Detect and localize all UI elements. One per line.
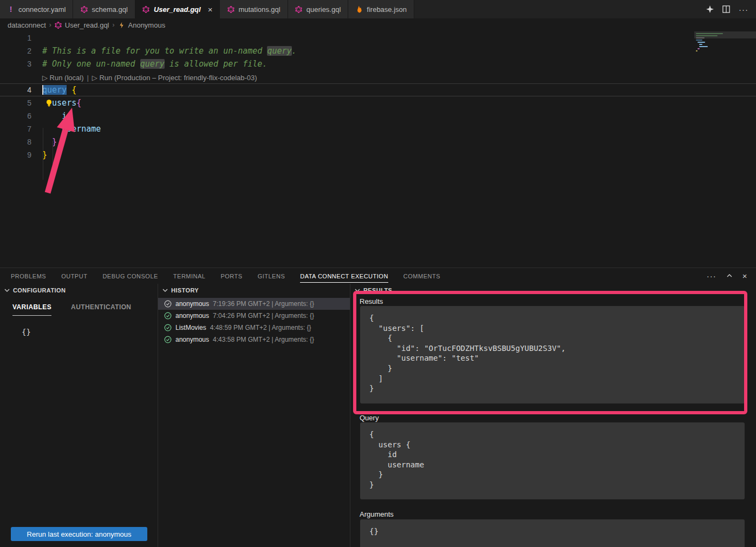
minimap[interactable]	[694, 31, 756, 91]
tab-bar-actions: ···	[414, 0, 756, 18]
split-editor-icon[interactable]	[722, 5, 730, 13]
breadcrumb-separator: ›	[49, 21, 51, 29]
line-number: 5	[0, 99, 31, 107]
query-label: Query	[360, 414, 379, 422]
codelens-separator: |	[87, 74, 88, 82]
code-editor[interactable]: 12# This is a file for you to write an u…	[0, 31, 756, 268]
history-item[interactable]: anonymous7:19:36 PM GMT+2 | Arguments: {…	[158, 298, 350, 310]
tab-label: connector.yaml	[18, 5, 66, 14]
sparkle-icon[interactable]	[706, 5, 714, 13]
text-cursor	[42, 85, 43, 95]
editor-line-7[interactable]: 7 username	[0, 122, 756, 135]
line-number: 6	[0, 112, 31, 120]
panel-tab-terminal[interactable]: TERMINAL	[173, 270, 206, 283]
indent-guide	[53, 141, 53, 167]
graphql-icon	[55, 22, 62, 29]
panel-tab-gitlens[interactable]: GITLENS	[258, 270, 285, 283]
editor-tab-queries-gql[interactable]: queries.gql	[288, 0, 349, 18]
line-number: 1	[0, 34, 31, 42]
line-number: 3	[0, 60, 31, 68]
history-header[interactable]: HISTORY	[158, 284, 350, 297]
configuration-header[interactable]: CONFIGURATION	[0, 284, 158, 297]
chevron-down-icon	[355, 288, 360, 293]
tab-label: queries.gql	[307, 5, 341, 14]
results-title: RESULTS	[363, 287, 392, 294]
history-item-meta: 4:48:59 PM GMT+2 | Arguments: {}	[210, 324, 311, 331]
breadcrumb: dataconnect›User_read.gql›Anonymous	[0, 18, 756, 31]
history-item[interactable]: ListMovies4:48:59 PM GMT+2 | Arguments: …	[158, 322, 350, 334]
history-title: HISTORY	[171, 287, 199, 294]
panel-tab-output[interactable]: OUTPUT	[61, 270, 87, 283]
panel-tab-comments[interactable]: COMMENTS	[403, 270, 440, 283]
operation-icon	[118, 22, 125, 29]
codelens-run-production[interactable]: ▷ Run (Production – Project: friendly-fl…	[92, 74, 257, 82]
firebase-icon	[355, 5, 363, 13]
chevron-down-icon	[162, 288, 168, 293]
history-item-meta: 7:19:36 PM GMT+2 | Arguments: {}	[213, 300, 314, 308]
close-panel-icon[interactable]: ×	[742, 271, 747, 281]
configuration-title: CONFIGURATION	[13, 287, 66, 294]
breadcrumb-separator: ›	[113, 21, 115, 29]
editor-line-4[interactable]: 4query {	[0, 83, 756, 96]
editor-line-9[interactable]: 9}	[0, 148, 756, 161]
graphql-icon	[295, 5, 303, 13]
rerun-last-execution-button[interactable]: Rerun last execution: anonymous	[11, 527, 147, 541]
history-item-meta: 4:43:58 PM GMT+2 | Arguments: {}	[213, 336, 314, 343]
indent-guide	[43, 128, 43, 180]
graphql-icon	[142, 5, 150, 13]
tab-authentication[interactable]: AUTHENTICATION	[71, 303, 131, 316]
more-actions-icon[interactable]: ···	[739, 5, 748, 14]
line-content: query {	[42, 85, 76, 95]
editor-tab-schema-gql[interactable]: schema.gql	[73, 0, 135, 18]
arguments-code[interactable]: {}	[360, 519, 745, 547]
variables-editor[interactable]: {}	[0, 316, 158, 336]
editor-line-5[interactable]: 5 users{	[0, 96, 756, 109]
results-section: RESULTS Results { "users": [ { "id": "Or…	[350, 284, 756, 547]
lightbulb-icon[interactable]	[45, 99, 53, 107]
history-item[interactable]: anonymous4:43:58 PM GMT+2 | Arguments: {…	[158, 334, 350, 346]
editor-line-2[interactable]: 2# This is a file for you to write an un…	[0, 44, 756, 57]
history-item[interactable]: anonymous7:04:26 PM GMT+2 | Arguments: {…	[158, 310, 350, 322]
editor-line-3[interactable]: 3# Only one un-named query is allowed pe…	[0, 57, 756, 70]
check-circle-icon	[164, 336, 172, 343]
line-number: 7	[0, 125, 31, 133]
chevron-up-icon[interactable]	[726, 272, 733, 280]
graphql-icon	[80, 5, 88, 13]
line-content: # This is a file for you to write an un-…	[42, 46, 297, 56]
results-header[interactable]: RESULTS	[350, 284, 756, 297]
bottom-panel: PROBLEMSOUTPUTDEBUG CONSOLETERMINALPORTS…	[0, 268, 756, 547]
history-section: HISTORY anonymous7:19:36 PM GMT+2 | Argu…	[158, 284, 350, 547]
editor-line-8[interactable]: 8 }	[0, 135, 756, 148]
chevron-down-icon	[4, 288, 10, 293]
panel-tab-ports[interactable]: PORTS	[220, 270, 242, 283]
panel-tab-problems[interactable]: PROBLEMS	[11, 270, 46, 283]
history-item-name: ListMovies	[175, 324, 206, 331]
tab-variables[interactable]: VARIABLES	[12, 303, 51, 316]
editor-tab-bar: !connector.yamlschema.gqlUser_read.gql×m…	[0, 0, 756, 18]
codelens-run-local[interactable]: ▷ Run (local)	[42, 74, 83, 82]
editor-tab-connector-yaml[interactable]: !connector.yaml	[0, 0, 73, 18]
panel-tab-data-connect-execution[interactable]: DATA CONNECT EXECUTION	[300, 270, 388, 283]
close-icon[interactable]: ×	[208, 5, 213, 14]
editor-tab-firebase-json[interactable]: firebase.json	[348, 0, 414, 18]
results-json[interactable]: { "users": [ { "id": "OrTucFODZHTksvBSBU…	[360, 306, 745, 403]
history-item-meta: 7:04:26 PM GMT+2 | Arguments: {}	[213, 312, 314, 320]
history-item-name: anonymous	[175, 300, 209, 308]
panel-tab-debug-console[interactable]: DEBUG CONSOLE	[102, 270, 158, 283]
breadcrumb-item[interactable]: dataconnect	[8, 21, 46, 29]
editor-tab-user_read-gql[interactable]: User_read.gql×	[135, 0, 220, 18]
tab-label: mutations.gql	[238, 5, 280, 14]
panel-more-actions-icon[interactable]: ···	[707, 271, 716, 281]
query-code[interactable]: { users { id username } }	[360, 422, 745, 499]
configuration-section: CONFIGURATION VARIABLES AUTHENTICATION {…	[0, 284, 158, 547]
editor-tab-mutations-gql[interactable]: mutations.gql	[220, 0, 288, 18]
panel-tab-bar: PROBLEMSOUTPUTDEBUG CONSOLETERMINALPORTS…	[0, 268, 756, 284]
editor-line-1[interactable]: 1	[0, 31, 756, 44]
tab-label: firebase.json	[367, 5, 407, 14]
graphql-icon	[227, 5, 234, 13]
breadcrumb-item[interactable]: User_read.gql	[65, 21, 109, 29]
editor-line-6[interactable]: 6 id	[0, 109, 756, 122]
line-number: 9	[0, 151, 31, 159]
breadcrumb-item[interactable]: Anonymous	[128, 21, 166, 29]
line-content: # Only one un-named query is allowed per…	[42, 59, 267, 69]
